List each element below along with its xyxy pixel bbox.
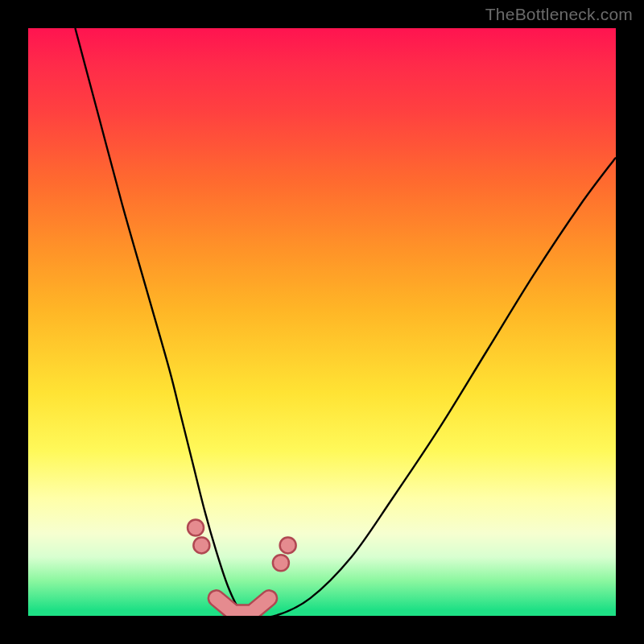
plot-area bbox=[28, 28, 616, 616]
marker-dot bbox=[193, 537, 209, 553]
marker-dot bbox=[188, 520, 204, 536]
bottleneck-curve bbox=[75, 28, 616, 616]
chart-frame: TheBottleneck.com bbox=[0, 0, 644, 644]
watermark-text: TheBottleneck.com bbox=[485, 5, 633, 24]
marker-dots bbox=[188, 520, 296, 572]
curve-layer bbox=[28, 28, 616, 616]
marker-dot bbox=[273, 555, 289, 571]
marker-dot bbox=[280, 537, 296, 553]
